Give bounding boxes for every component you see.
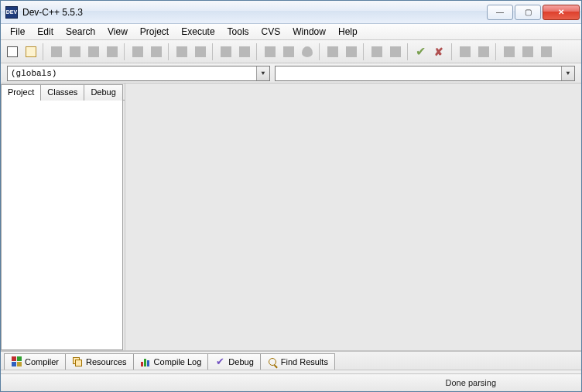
- save-all-icon[interactable]: [85, 43, 102, 60]
- status-bar: Done parsing: [1, 374, 581, 391]
- toolbar-separator: [495, 43, 498, 60]
- members-combo[interactable]: ▼: [275, 66, 575, 81]
- toolbar-separator: [168, 43, 170, 60]
- debug-icon: ✔: [214, 356, 225, 367]
- toolbar-separator: [319, 43, 321, 60]
- toolbar: ✔✘: [1, 40, 581, 63]
- pkg-b-icon[interactable]: [475, 43, 492, 60]
- bottom-tab-label: Debug: [228, 357, 253, 366]
- compiler-icon: [11, 356, 22, 367]
- redo-icon[interactable]: [148, 43, 165, 60]
- status-text: Done parsing: [9, 378, 573, 387]
- find-results-icon: [267, 356, 278, 367]
- bottom-tab-label: Resources: [86, 357, 127, 366]
- menu-edit[interactable]: Edit: [31, 25, 60, 39]
- scope-bar: (globals) ▼ ▼: [1, 63, 581, 84]
- bottom-tab-compiler[interactable]: Compiler: [4, 353, 66, 370]
- window-title: Dev-C++ 5.5.3: [22, 7, 485, 18]
- undo-icon[interactable]: [129, 43, 146, 60]
- minimize-button[interactable]: —: [487, 5, 513, 20]
- maximize-button[interactable]: ▢: [515, 5, 541, 20]
- bottom-tab-label: Find Results: [281, 357, 328, 366]
- block-a-icon[interactable]: [368, 43, 385, 60]
- save-icon[interactable]: [67, 43, 84, 60]
- grid-a-icon[interactable]: [324, 43, 341, 60]
- debug-icon[interactable]: [262, 43, 279, 60]
- toggle-b-icon[interactable]: [519, 43, 536, 60]
- toggle-a-icon[interactable]: [501, 43, 518, 60]
- menu-execute[interactable]: Execute: [175, 25, 221, 39]
- window-controls: — ▢ ✕: [485, 5, 580, 20]
- toolbar-separator: [256, 43, 258, 60]
- bottom-tab-label: Compiler: [25, 357, 59, 366]
- menu-project[interactable]: Project: [134, 25, 175, 39]
- toolbar-separator: [212, 43, 214, 60]
- stop-debug-icon[interactable]: [280, 43, 297, 60]
- pkg-a-icon[interactable]: [457, 43, 474, 60]
- app-icon: DEV: [5, 6, 18, 19]
- compile-icon[interactable]: [217, 43, 235, 60]
- toolbar-separator: [43, 43, 45, 60]
- toggle-c-icon[interactable]: [538, 43, 555, 60]
- bottom-tabs: CompilerResourcesCompile Log✔DebugFind R…: [1, 351, 581, 370]
- compile-log-icon: [140, 356, 151, 367]
- menu-window[interactable]: Window: [286, 25, 332, 39]
- toolbar-separator: [124, 43, 126, 60]
- bottom-tab-find-results[interactable]: Find Results: [260, 353, 335, 370]
- run-icon[interactable]: [236, 43, 253, 60]
- scope-combo[interactable]: (globals) ▼: [7, 66, 270, 81]
- close-button[interactable]: ✕: [543, 5, 580, 20]
- replace-icon[interactable]: [192, 43, 209, 60]
- chevron-down-icon[interactable]: ▼: [561, 66, 574, 80]
- find-icon[interactable]: [173, 43, 190, 60]
- toolbar-separator: [451, 43, 454, 60]
- bottom-tab-compile-log[interactable]: Compile Log: [133, 353, 209, 370]
- work-area: ProjectClassesDebug: [1, 84, 581, 351]
- menu-help[interactable]: Help: [332, 25, 364, 39]
- new-project-icon[interactable]: [22, 43, 39, 60]
- shield-icon[interactable]: [299, 43, 316, 60]
- grid-b-icon[interactable]: [343, 43, 360, 60]
- open-icon[interactable]: [48, 43, 65, 60]
- cross-icon[interactable]: ✘: [431, 43, 448, 60]
- check-icon[interactable]: ✔: [413, 43, 430, 60]
- menu-view[interactable]: View: [101, 25, 134, 39]
- resources-icon: [72, 356, 83, 367]
- side-panel: ProjectClassesDebug: [1, 84, 125, 350]
- chevron-down-icon[interactable]: ▼: [256, 66, 269, 80]
- tab-classes[interactable]: Classes: [40, 84, 84, 101]
- new-file-icon[interactable]: [4, 43, 21, 60]
- menu-search[interactable]: Search: [60, 25, 101, 39]
- bottom-tab-debug[interactable]: ✔Debug: [207, 353, 260, 370]
- menubar: FileEditSearchViewProjectExecuteToolsCVS…: [1, 24, 581, 40]
- editor-area[interactable]: [125, 84, 581, 350]
- tab-debug[interactable]: Debug: [84, 84, 122, 101]
- menu-file[interactable]: File: [4, 25, 31, 39]
- block-b-icon[interactable]: [387, 43, 404, 60]
- scope-combo-value: (globals): [11, 69, 56, 78]
- titlebar[interactable]: DEV Dev-C++ 5.5.3 — ▢ ✕: [1, 1, 581, 24]
- bottom-tab-resources[interactable]: Resources: [65, 353, 134, 370]
- menu-cvs[interactable]: CVS: [255, 25, 287, 39]
- side-tabs: ProjectClassesDebug: [1, 84, 125, 101]
- toolbar-separator: [363, 43, 365, 60]
- bottom-tab-label: Compile Log: [154, 357, 202, 366]
- toolbar-separator: [407, 43, 409, 60]
- project-tree[interactable]: [1, 101, 123, 350]
- close-icon[interactable]: [104, 43, 121, 60]
- main-window: DEV Dev-C++ 5.5.3 — ▢ ✕ FileEditSearchVi…: [0, 0, 582, 392]
- tab-project[interactable]: Project: [1, 84, 41, 101]
- menu-tools[interactable]: Tools: [221, 25, 255, 39]
